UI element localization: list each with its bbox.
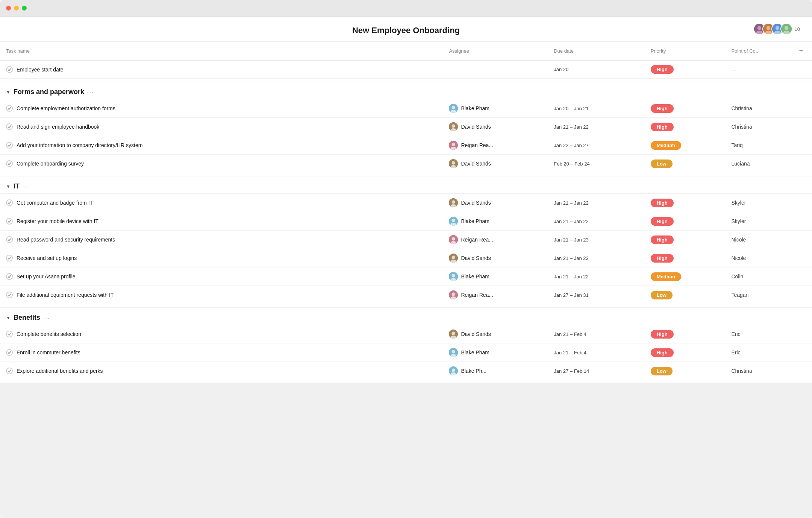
- section-cell: ▼ Benefits ···: [0, 308, 812, 325]
- task-name-cell: Complete benefits selection: [0, 325, 443, 343]
- task-check-icon[interactable]: [6, 331, 13, 337]
- spacer-row: [0, 380, 812, 384]
- task-name-label: Read and sign employee handbook: [17, 124, 99, 130]
- assignee-avatar: [449, 217, 458, 226]
- assignee-avatar: [449, 330, 458, 339]
- due-date-cell: Jan 21 – Jan 22: [548, 118, 644, 136]
- priority-cell: High: [645, 118, 726, 136]
- assignee-name: Reigan Rea...: [461, 237, 493, 243]
- priority-badge: High: [651, 199, 674, 207]
- poc-cell: Christina: [725, 99, 790, 118]
- section-row-it: ▼ IT ···: [0, 176, 812, 194]
- app-window: New Employee Onboarding: [0, 0, 812, 518]
- svg-point-19: [452, 143, 455, 146]
- svg-point-4: [766, 26, 770, 30]
- task-name-label: Complete benefits selection: [17, 331, 81, 337]
- table-row: File additional equipment requests with …: [0, 286, 812, 304]
- task-check-icon[interactable]: [6, 199, 13, 206]
- task-check-icon[interactable]: [6, 273, 13, 280]
- task-check-icon[interactable]: [6, 142, 13, 149]
- svg-point-43: [452, 332, 455, 335]
- due-date-cell: Feb 20 – Feb 24: [548, 155, 644, 173]
- section-menu-icon[interactable]: ···: [43, 315, 50, 321]
- task-check-icon[interactable]: [6, 123, 13, 130]
- priority-cell: High: [645, 325, 726, 343]
- svg-point-16: [452, 125, 455, 128]
- section-row-benefits: ▼ Benefits ···: [0, 308, 812, 325]
- section-collapse-icon[interactable]: ▼: [6, 90, 11, 95]
- due-date-cell: Jan 20: [548, 61, 644, 79]
- svg-point-31: [452, 237, 455, 241]
- task-name-label: File additional equipment requests with …: [17, 292, 114, 298]
- assignee-cell: David Sands: [449, 198, 542, 207]
- task-name-cell: Receive and set up logins: [0, 249, 443, 267]
- task-name-label: Register your mobile device with IT: [17, 218, 98, 224]
- task-name-cell: Enroll in commuter benefits: [0, 343, 443, 362]
- task-check-icon[interactable]: [6, 160, 13, 167]
- poc-cell: Luciana: [725, 155, 790, 173]
- task-name-label: Complete employment authorization forms: [17, 105, 115, 111]
- minimize-button[interactable]: [14, 6, 19, 11]
- assignee-cell: Blake Ph...: [449, 366, 542, 375]
- task-check-icon[interactable]: [6, 349, 13, 356]
- task-check-icon[interactable]: [6, 255, 13, 261]
- assignee-cell: Reigan Rea...: [449, 290, 542, 299]
- svg-point-1: [757, 26, 761, 30]
- svg-point-49: [452, 369, 455, 372]
- task-name-cell: Complete employment authorization forms: [0, 99, 443, 118]
- assignee-avatar: [449, 198, 458, 207]
- assignee-cell-container: David Sands: [443, 118, 548, 136]
- avatar-4[interactable]: [780, 23, 792, 35]
- assignee-avatar: [449, 235, 458, 244]
- svg-point-28: [452, 219, 455, 222]
- priority-badge: Low: [651, 160, 673, 168]
- section-cell: ▼ Forms and paperwork ···: [0, 82, 812, 99]
- priority-badge: High: [651, 104, 674, 113]
- assignee-avatar: [449, 122, 458, 131]
- poc-cell: Colin: [725, 267, 790, 286]
- section-collapse-icon[interactable]: ▼: [6, 184, 11, 189]
- task-check-icon[interactable]: [6, 292, 13, 298]
- svg-point-46: [452, 350, 455, 354]
- svg-point-37: [452, 274, 455, 278]
- task-name-label: Employee start date: [17, 67, 64, 73]
- assignee-name: Reigan Rea...: [461, 292, 493, 298]
- col-due-date: Due date: [548, 42, 644, 61]
- task-name-cell: Read and sign employee handbook: [0, 118, 443, 136]
- priority-badge: High: [651, 65, 674, 74]
- assignee-name: David Sands: [461, 124, 491, 130]
- poc-cell: Tariq: [725, 136, 790, 155]
- assignee-cell: Blake Pham: [449, 104, 542, 113]
- assignee-name: Blake Pham: [461, 105, 489, 111]
- section-title: Benefits: [14, 314, 40, 322]
- header-avatars: 10: [753, 23, 800, 35]
- assignee-name: Blake Pham: [461, 273, 489, 280]
- assignee-name: David Sands: [461, 331, 491, 337]
- task-check-icon[interactable]: [6, 218, 13, 225]
- section-collapse-icon[interactable]: ▼: [6, 315, 11, 321]
- priority-cell: High: [645, 194, 726, 212]
- table-row: Employee start dateJan 20High—: [0, 61, 812, 79]
- priority-cell: High: [645, 249, 726, 267]
- task-check-icon[interactable]: [6, 66, 13, 73]
- task-name-cell: Register your mobile device with IT: [0, 212, 443, 231]
- maximize-button[interactable]: [22, 6, 27, 11]
- priority-cell: High: [645, 99, 726, 118]
- add-column-button[interactable]: +: [796, 46, 806, 56]
- section-menu-icon[interactable]: ···: [87, 89, 94, 95]
- assignee-avatar: [449, 272, 458, 281]
- svg-point-22: [452, 161, 455, 165]
- task-check-icon[interactable]: [6, 368, 13, 374]
- task-name-cell: File additional equipment requests with …: [0, 286, 443, 304]
- task-check-icon[interactable]: [6, 105, 13, 112]
- close-button[interactable]: [6, 6, 11, 11]
- assignee-name: Blake Ph...: [461, 368, 486, 374]
- section-title: Forms and paperwork: [14, 88, 84, 96]
- avatar-count: 10: [795, 26, 800, 32]
- titlebar: [0, 0, 812, 17]
- poc-cell: Nicole: [725, 249, 790, 267]
- task-check-icon[interactable]: [6, 236, 13, 243]
- priority-badge: High: [651, 217, 674, 226]
- table-row: Complete employment authorization forms …: [0, 99, 812, 118]
- section-menu-icon[interactable]: ···: [23, 184, 29, 190]
